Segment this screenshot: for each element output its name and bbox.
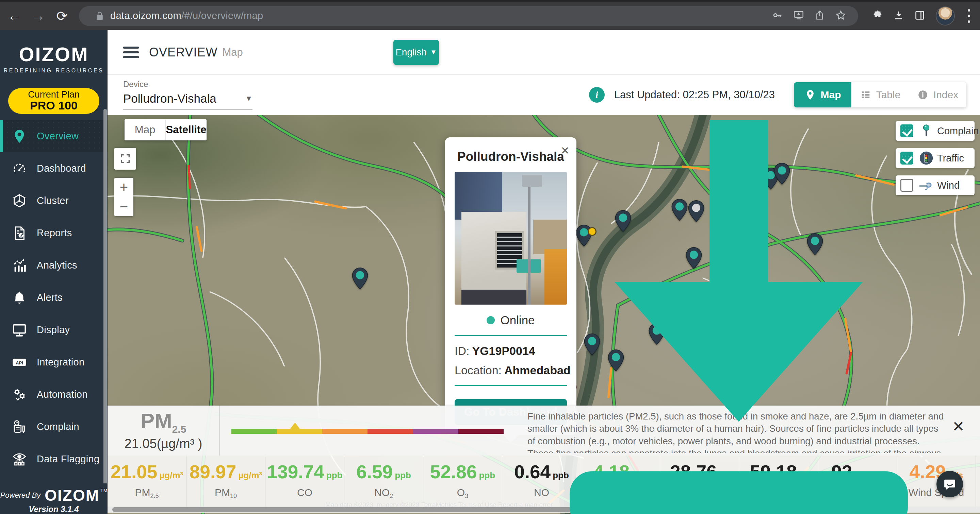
sidebar: OIZOM REDEFINING RESOURCES Current Plan … xyxy=(0,30,108,514)
split-view-icon[interactable] xyxy=(914,10,926,21)
screen: ← → ⟳ data.oizom.com/#/u/overview/map OI… xyxy=(0,0,980,514)
zoom-in-button[interactable]: + xyxy=(115,178,134,197)
sidebar-item-cluster[interactable]: Cluster xyxy=(0,185,108,217)
browser-chrome: ← → ⟳ data.oizom.com/#/u/overview/map xyxy=(0,0,980,30)
lock-icon xyxy=(95,11,105,21)
hamburger-menu-icon[interactable] xyxy=(123,47,139,58)
extension-icon[interactable] xyxy=(872,10,883,21)
sidebar-footer: Powered By OIZOM TM Version 3.1.4 xyxy=(0,484,108,514)
chart-icon xyxy=(11,258,27,273)
metric-cell-pm: 89.97µg/m³ PM10 xyxy=(186,455,266,506)
device-marker[interactable] xyxy=(351,267,369,290)
browser-forward-button[interactable]: → xyxy=(29,6,48,25)
complain-icon xyxy=(11,419,27,435)
share-icon[interactable] xyxy=(814,10,826,21)
page-subtitle: Map xyxy=(222,46,243,59)
sidebar-item-complain[interactable]: Complain xyxy=(0,411,108,443)
maptype-button-map[interactable]: Map xyxy=(124,119,165,140)
svg-text:API: API xyxy=(16,360,23,365)
sidebar-item-analytics[interactable]: Analytics xyxy=(0,249,108,281)
page-title: OVERVIEW xyxy=(149,45,218,59)
pin-icon xyxy=(11,128,27,144)
current-plan-badge[interactable]: Current Plan PRO 100 xyxy=(8,88,99,114)
metric-cell-no: 6.59ppb NO2 xyxy=(344,455,423,506)
report-icon xyxy=(11,225,27,241)
aqi-current-value: 21.05(µg/m³ ) xyxy=(124,436,202,451)
powered-by-label: Powered By xyxy=(0,491,41,500)
sidebar-item-dashboard[interactable]: Dashboard xyxy=(0,152,108,185)
main-content: OVERVIEW Map English▼ Device Polludron-V… xyxy=(108,30,980,514)
aqi-bar-segment-unhealthy xyxy=(322,429,368,434)
fullscreen-button[interactable] xyxy=(115,148,136,170)
browser-back-button[interactable]: ← xyxy=(5,6,24,25)
device-select[interactable]: Device Polludron-Vishala▼ xyxy=(123,79,253,110)
eye-icon xyxy=(11,451,27,467)
sidebar-item-alerts[interactable]: Alerts xyxy=(0,281,108,314)
key-icon[interactable] xyxy=(772,10,783,21)
address-bar[interactable]: data.oizom.com/#/u/overview/map xyxy=(79,6,858,26)
browser-reload-button[interactable]: ⟳ xyxy=(52,6,72,25)
device-value: Polludron-Vishala xyxy=(123,92,216,105)
dropdown-caret-icon: ▼ xyxy=(245,94,253,103)
monitor-icon xyxy=(11,322,27,338)
footer-brand: OIZOM xyxy=(45,486,99,504)
maptype-button-satellite[interactable]: Satellite xyxy=(165,119,207,140)
bell-icon xyxy=(11,290,27,306)
sidebar-item-integration[interactable]: API Integration xyxy=(0,346,108,378)
api-icon: API xyxy=(11,355,27,370)
cube-icon xyxy=(11,193,27,209)
metric-cell-co: 139.74ppb CO xyxy=(266,455,344,506)
aqi-bar-segment-good xyxy=(231,429,277,434)
sidebar-item-data-flagging[interactable]: Data Flagging xyxy=(0,443,108,475)
aqi-value-marker xyxy=(290,422,300,429)
gears-icon xyxy=(11,387,27,403)
sidebar-item-automation[interactable]: Automation xyxy=(0,378,108,411)
aqi-bar-segment-moderate xyxy=(277,429,322,434)
gauge-icon xyxy=(11,161,27,176)
aqi-bar-segment-unhealthy xyxy=(368,429,413,434)
zoom-out-button[interactable]: − xyxy=(115,197,134,216)
sidebar-item-display[interactable]: Display xyxy=(0,314,108,346)
chevron-down-icon: ▼ xyxy=(430,48,437,56)
zoom-control: + − xyxy=(115,178,134,216)
language-button[interactable]: English▼ xyxy=(393,40,439,65)
metric-cell-pm: 21.05µg/m³ PM2.5 xyxy=(108,455,186,506)
aqi-pollutant-block: PM2.5 21.05(µg/m³ ) xyxy=(108,406,220,455)
install-icon[interactable] xyxy=(793,10,804,21)
profile-avatar[interactable] xyxy=(936,6,955,25)
url-text: data.oizom.com/#/u/overview/map xyxy=(110,10,263,21)
fullscreen-icon xyxy=(119,153,131,165)
oizom-logo: OIZOM REDEFINING RESOURCES xyxy=(0,43,108,74)
bell-icon[interactable] xyxy=(468,46,980,52)
sidebar-item-reports[interactable]: Reports xyxy=(0,217,108,249)
version-label: Version 3.1.4 xyxy=(0,504,108,514)
star-icon[interactable] xyxy=(835,10,846,21)
sidebar-scrollbar[interactable] xyxy=(103,109,107,490)
sidebar-item-overview[interactable]: Overview xyxy=(0,120,108,152)
app-header: OVERVIEW Map English▼ xyxy=(108,30,980,75)
downloads-icon[interactable] xyxy=(893,10,904,21)
browser-menu-icon[interactable] xyxy=(968,9,970,23)
